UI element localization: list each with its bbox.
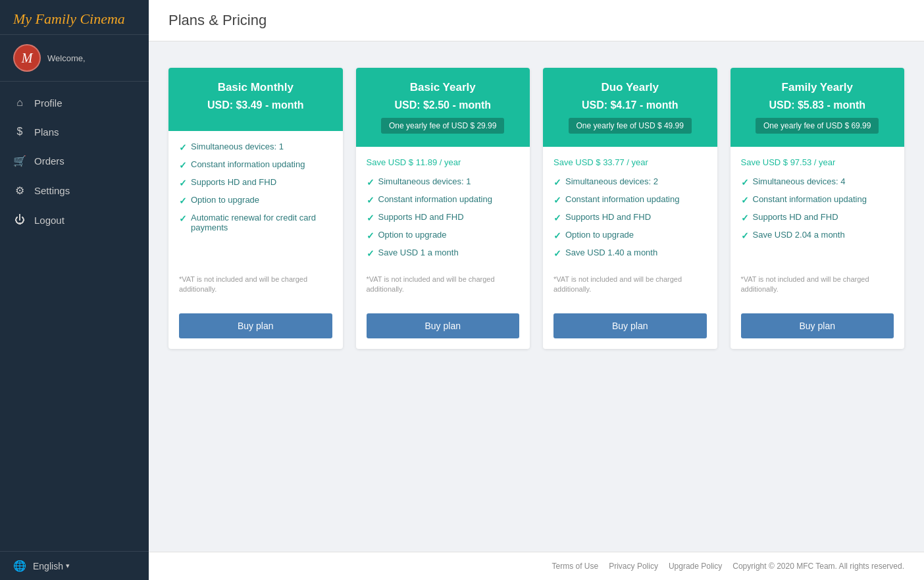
feature-item: ✓ Simultaneous devices: 4: [741, 176, 894, 188]
check-icon: ✓: [179, 160, 187, 171]
feature-item: ✓ Save USD 1.40 a month: [553, 248, 707, 259]
buy-plan-button[interactable]: Buy plan: [741, 313, 894, 338]
welcome-text: Welcome,: [47, 53, 86, 63]
check-icon: ✓: [179, 213, 187, 224]
sidebar-item-label: Logout: [34, 215, 64, 226]
check-icon: ✓: [553, 177, 561, 188]
feature-item: ✓ Automatic renewal for credit card paym…: [179, 213, 332, 232]
plan-features: ✓ Simultaneous devices: 4 ✓ Constant inf…: [741, 176, 894, 265]
check-icon: ✓: [367, 248, 374, 259]
check-icon: ✓: [553, 195, 561, 205]
sidebar-item-label: Settings: [34, 185, 70, 196]
logout-icon: ⏻: [13, 214, 26, 226]
check-icon: ✓: [741, 177, 749, 188]
plan-yearly-fee: One yearly fee of USD $ 69.99: [756, 118, 879, 134]
sidebar-user: M Welcome,: [0, 35, 149, 82]
feature-text: Constant information updating: [378, 194, 492, 204]
feature-item: ✓ Supports HD and FHD: [741, 212, 894, 223]
privacy-link[interactable]: Privacy Policy: [609, 562, 658, 571]
globe-icon: 🌐: [13, 560, 26, 572]
language-selector[interactable]: 🌐 English ▾: [0, 551, 149, 580]
feature-text: Constant information updating: [753, 194, 867, 204]
feature-item: ✓ Simultaneous devices: 2: [553, 176, 707, 188]
plan-yearly-fee: One yearly fee of USD $ 49.99: [569, 118, 692, 134]
plan-footer: Buy plan: [731, 313, 905, 349]
feature-item: ✓ Supports HD and FHD: [553, 212, 707, 223]
sidebar-item-orders[interactable]: 🛒 Orders: [0, 146, 149, 176]
page-footer: Terms of Use Privacy Policy Upgrade Poli…: [149, 552, 924, 580]
buy-plan-button[interactable]: Buy plan: [179, 313, 332, 338]
plan-price: USD: $5.83 - month: [741, 99, 894, 111]
check-icon: ✓: [741, 213, 749, 223]
plans-content: Basic Monthly USD: $3.49 - month ✓ Simul…: [149, 41, 924, 552]
plan-card: Basic Yearly USD: $2.50 - month One year…: [356, 68, 530, 349]
plan-features: ✓ Simultaneous devices: 1 ✓ Constant inf…: [179, 142, 332, 265]
sidebar-item-profile[interactable]: ⌂ Profile: [0, 88, 149, 117]
plan-body: ✓ Simultaneous devices: 1 ✓ Constant inf…: [168, 131, 343, 313]
check-icon: ✓: [367, 177, 374, 188]
app-logo: My Family Cinema: [13, 11, 136, 28]
check-icon: ✓: [179, 178, 187, 188]
feature-item: ✓ Option to upgrade: [179, 195, 332, 206]
feature-text: Option to upgrade: [565, 230, 634, 240]
check-icon: ✓: [367, 195, 374, 205]
feature-text: Automatic renewal for credit card paymen…: [191, 213, 332, 232]
check-icon: ✓: [741, 230, 749, 241]
plan-price: USD: $4.17 - month: [553, 99, 707, 111]
sidebar-item-label: Profile: [34, 97, 63, 109]
plan-header: Duo Yearly USD: $4.17 - month One yearly…: [543, 68, 717, 147]
feature-item: ✓ Option to upgrade: [367, 230, 520, 241]
check-icon: ✓: [367, 213, 374, 223]
terms-link[interactable]: Terms of Use: [552, 562, 599, 571]
check-icon: ✓: [553, 213, 561, 223]
check-icon: ✓: [553, 248, 561, 259]
feature-item: ✓ Option to upgrade: [553, 230, 707, 241]
page-title: Plans & Pricing: [168, 12, 904, 29]
dollar-icon: $: [13, 126, 26, 138]
feature-text: Supports HD and FHD: [753, 212, 838, 222]
plan-features: ✓ Simultaneous devices: 2 ✓ Constant inf…: [553, 176, 707, 265]
feature-text: Option to upgrade: [191, 195, 259, 205]
plan-savings: Save USD $ 11.89 / year: [367, 157, 520, 167]
feature-text: Supports HD and FHD: [565, 212, 651, 222]
feature-text: Save USD 1 a month: [378, 248, 459, 257]
gear-icon: ⚙: [13, 184, 26, 197]
upgrade-link[interactable]: Upgrade Policy: [669, 562, 722, 571]
plan-footer: Buy plan: [168, 313, 343, 349]
feature-text: Save USD 1.40 a month: [565, 248, 657, 257]
check-icon: ✓: [553, 230, 561, 241]
feature-text: Constant information updating: [565, 194, 679, 204]
page-header: Plans & Pricing: [149, 0, 924, 41]
plan-body: Save USD $ 11.89 / year ✓ Simultaneous d…: [356, 147, 530, 313]
plan-header: Basic Monthly USD: $3.49 - month: [168, 68, 343, 131]
plans-grid: Basic Monthly USD: $3.49 - month ✓ Simul…: [168, 68, 904, 349]
feature-item: ✓ Constant information updating: [367, 194, 520, 205]
feature-text: Constant information updating: [191, 159, 305, 169]
buy-plan-button[interactable]: Buy plan: [367, 313, 520, 338]
feature-item: ✓ Constant information updating: [741, 194, 894, 205]
language-label: English: [33, 561, 63, 571]
sidebar-item-settings[interactable]: ⚙ Settings: [0, 176, 149, 205]
feature-item: ✓ Save USD 2.04 a month: [741, 230, 894, 241]
buy-plan-button[interactable]: Buy plan: [553, 313, 707, 338]
feature-item: ✓ Constant information updating: [553, 194, 707, 205]
feature-text: Option to upgrade: [378, 230, 447, 240]
plan-header: Family Yearly USD: $5.83 - month One yea…: [731, 68, 905, 147]
sidebar: My Family Cinema M Welcome, ⌂ Profile $ …: [0, 0, 149, 580]
avatar: M: [13, 44, 41, 72]
feature-text: Save USD 2.04 a month: [753, 230, 845, 240]
plan-body: Save USD $ 33.77 / year ✓ Simultaneous d…: [543, 147, 717, 313]
vat-note: *VAT is not included and will be charged…: [741, 275, 894, 295]
sidebar-item-label: Orders: [34, 155, 64, 167]
sidebar-item-plans[interactable]: $ Plans: [0, 117, 149, 146]
plan-name: Basic Monthly: [179, 81, 332, 94]
plan-card: Basic Monthly USD: $3.49 - month ✓ Simul…: [168, 68, 343, 349]
feature-item: ✓ Simultaneous devices: 1: [179, 142, 332, 153]
feature-item: ✓ Save USD 1 a month: [367, 248, 520, 259]
sidebar-item-logout[interactable]: ⏻ Logout: [0, 205, 149, 234]
main-area: Plans & Pricing Basic Monthly USD: $3.49…: [149, 0, 924, 580]
plan-price: USD: $3.49 - month: [179, 99, 332, 111]
vat-note: *VAT is not included and will be charged…: [179, 275, 332, 295]
plan-name: Basic Yearly: [367, 81, 520, 94]
plan-card: Family Yearly USD: $5.83 - month One yea…: [731, 68, 905, 349]
